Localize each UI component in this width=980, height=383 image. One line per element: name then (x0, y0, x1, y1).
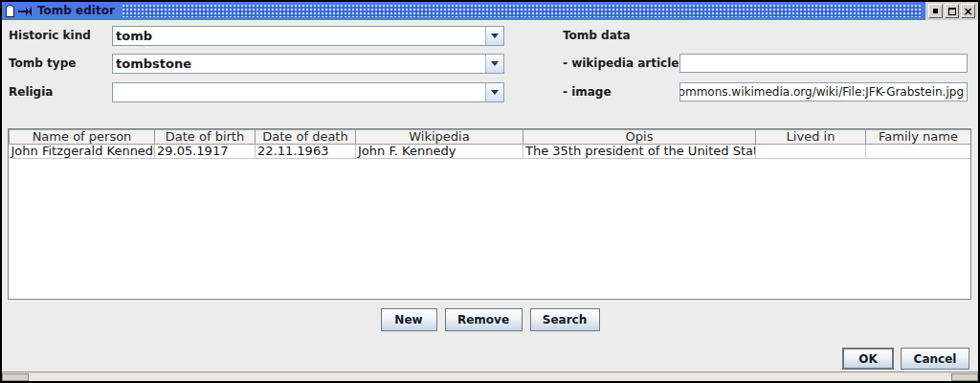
maximize-button[interactable] (945, 4, 959, 18)
cell-date-of-birth[interactable]: 29.05.1917 (155, 145, 256, 159)
window-title: Tomb editor (37, 2, 115, 20)
column-header-opis[interactable]: Opis (523, 130, 756, 145)
religia-label: Religia (9, 82, 53, 102)
titlebar-texture (122, 5, 921, 17)
close-button[interactable]: × (961, 4, 975, 18)
religia-dropdown-button[interactable] (485, 83, 503, 101)
column-header-date-of-death[interactable]: Date of death (256, 130, 356, 145)
historic-kind-combobox (112, 26, 504, 46)
cell-lived-in[interactable] (756, 145, 866, 159)
ok-button[interactable]: OK (842, 348, 894, 370)
chevron-down-icon (491, 34, 499, 38)
religia-combobox (112, 82, 504, 102)
chevron-down-icon (491, 61, 499, 66)
tombs-table: Name of person Date of birth Date of dea… (9, 129, 971, 159)
window-bottom-edge (2, 372, 978, 381)
tombstone-app-icon (6, 5, 14, 17)
new-button[interactable]: New (381, 308, 437, 331)
column-header-lived-in[interactable]: Lived in (756, 130, 866, 145)
cell-family-name[interactable] (866, 145, 971, 159)
tomb-type-label: Tomb type (9, 54, 76, 74)
cell-opis[interactable]: The 35th president of the United States (523, 145, 756, 159)
minimize-button[interactable] (928, 4, 943, 18)
image-url-value: commons.wikimedia.org/wiki/File:JFK-Grab… (679, 83, 964, 101)
image-url-input[interactable]: commons.wikimedia.org/wiki/File:JFK-Grab… (679, 82, 968, 101)
tomb-type-input[interactable] (113, 55, 485, 73)
column-header-date-of-birth[interactable]: Date of birth (155, 130, 256, 145)
tomb-data-heading: Tomb data (563, 26, 631, 46)
tomb-type-combobox (112, 54, 504, 74)
search-button[interactable]: Search (530, 308, 600, 331)
historic-kind-dropdown-button[interactable] (485, 27, 503, 45)
historic-kind-label: Historic kind (9, 26, 91, 46)
table-row: John Fitzgerald Kennedy 29.05.1917 22.11… (10, 145, 971, 159)
titlebar[interactable]: Tomb editor × (2, 2, 978, 20)
resize-grip-left[interactable] (2, 373, 29, 381)
column-header-name-of-person[interactable]: Name of person (10, 130, 155, 145)
cell-date-of-death[interactable]: 22.11.1963 (256, 145, 356, 159)
tombs-table-scrollpane: Name of person Date of birth Date of dea… (8, 128, 971, 300)
window-controls: × (925, 2, 978, 20)
maximize-icon (948, 8, 956, 15)
action-button-row: New Remove Search (0, 308, 980, 331)
resize-grip-right[interactable] (951, 373, 978, 381)
historic-kind-input[interactable] (113, 27, 485, 45)
wikipedia-article-input[interactable] (679, 54, 968, 73)
tomb-type-dropdown-button[interactable] (485, 55, 503, 73)
close-icon: × (963, 6, 972, 17)
column-header-wikipedia[interactable]: Wikipedia (356, 130, 523, 145)
pin-icon (18, 6, 33, 17)
table-header-row: Name of person Date of birth Date of dea… (10, 130, 971, 145)
cancel-button[interactable]: Cancel (901, 348, 969, 370)
image-label: - image (563, 82, 612, 101)
religia-input[interactable] (113, 83, 485, 101)
cell-wikipedia[interactable]: John F. Kennedy (356, 145, 523, 159)
chevron-down-icon (491, 90, 499, 95)
column-header-family-name[interactable]: Family name (866, 130, 971, 145)
remove-button[interactable]: Remove (445, 308, 523, 331)
cell-name-of-person[interactable]: John Fitzgerald Kennedy (10, 145, 155, 159)
wikipedia-article-label: - wikipedia article (563, 54, 679, 73)
minimize-icon (933, 9, 938, 13)
tomb-editor-window: Tomb editor × Historic kind Tomb type Re… (0, 0, 980, 383)
